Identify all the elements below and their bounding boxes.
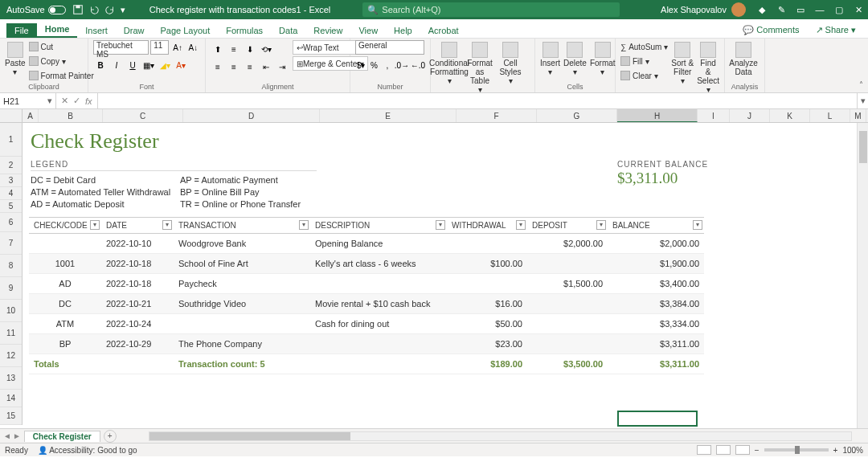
- pen-icon[interactable]: ✎: [775, 3, 788, 16]
- sheet-nav-next-icon[interactable]: ►: [13, 431, 21, 440]
- col-header-E[interactable]: E: [320, 109, 457, 122]
- row-header-3[interactable]: 3: [0, 174, 22, 187]
- percent-button[interactable]: %: [368, 58, 379, 72]
- diamond-icon[interactable]: ◆: [755, 3, 768, 16]
- formula-input[interactable]: [98, 93, 857, 108]
- font-size-select[interactable]: 11: [150, 40, 169, 55]
- italic-button[interactable]: I: [109, 58, 124, 72]
- fill-color-button[interactable]: ◢▾: [158, 58, 172, 72]
- filter-dropdown-icon[interactable]: ▾: [90, 220, 100, 230]
- name-box[interactable]: H21▾: [0, 93, 56, 108]
- worksheet-grid[interactable]: ABCDEFGHIJKLM 123456789101112131415 Chec…: [0, 109, 868, 428]
- filter-dropdown-icon[interactable]: ▾: [162, 220, 172, 230]
- table-row[interactable]: AD2022-10-18Paycheck$1,500.00$3,400.00: [29, 274, 704, 294]
- search-box[interactable]: 🔍 Search (Alt+Q): [362, 2, 620, 17]
- row-header-1[interactable]: 1: [0, 123, 22, 157]
- select-all-corner[interactable]: [0, 109, 23, 122]
- row-header-4[interactable]: 4: [0, 187, 22, 200]
- table-header[interactable]: DATE▾: [101, 218, 174, 234]
- comma-button[interactable]: ,: [382, 58, 393, 72]
- tab-review[interactable]: Review: [305, 23, 350, 38]
- tab-insert[interactable]: Insert: [77, 23, 116, 38]
- table-row[interactable]: ATM2022-10-24Cash for dining out$50.00$3…: [29, 314, 704, 334]
- conditional-formatting-button[interactable]: Conditional Formatting▾: [436, 40, 463, 85]
- filter-dropdown-icon[interactable]: ▾: [516, 220, 526, 230]
- filter-dropdown-icon[interactable]: ▾: [436, 220, 445, 230]
- tab-data[interactable]: Data: [271, 23, 305, 38]
- row-header-6[interactable]: 6: [0, 213, 22, 232]
- page-break-view-button[interactable]: [735, 445, 750, 455]
- find-select-button[interactable]: Find & Select▾: [697, 40, 719, 93]
- col-header-G[interactable]: G: [537, 109, 617, 122]
- maximize-button[interactable]: ▢: [833, 3, 845, 16]
- col-header-I[interactable]: I: [698, 109, 730, 122]
- tab-help[interactable]: Help: [386, 23, 420, 38]
- cancel-formula-icon[interactable]: ✕: [61, 96, 68, 106]
- autosum-button[interactable]: ∑AutoSum ▾: [620, 40, 668, 53]
- scrollbar-thumb[interactable]: [859, 131, 867, 163]
- align-center-button[interactable]: ≡: [227, 59, 241, 74]
- minimize-button[interactable]: —: [813, 3, 826, 16]
- increase-indent-button[interactable]: ⇥: [275, 59, 289, 74]
- sheet-nav-prev-icon[interactable]: ◄: [3, 431, 11, 440]
- border-button[interactable]: ▦▾: [141, 58, 156, 72]
- ribbon-display-icon[interactable]: ▭: [794, 3, 807, 16]
- format-painter-button[interactable]: Format Painter: [29, 69, 94, 82]
- filter-dropdown-icon[interactable]: ▾: [693, 220, 702, 230]
- row-header-15[interactable]: 15: [0, 407, 22, 425]
- align-middle-button[interactable]: ≡: [227, 42, 241, 56]
- col-header-J[interactable]: J: [730, 109, 770, 122]
- enter-formula-icon[interactable]: ✓: [73, 96, 80, 106]
- tab-view[interactable]: View: [350, 23, 386, 38]
- align-left-button[interactable]: ≡: [211, 59, 225, 74]
- add-sheet-button[interactable]: +: [104, 430, 117, 443]
- col-header-B[interactable]: B: [39, 109, 103, 122]
- clear-button[interactable]: Clear ▾: [620, 69, 668, 82]
- tab-draw[interactable]: Draw: [116, 23, 153, 38]
- user-account[interactable]: Alex Shapovalov: [661, 2, 746, 17]
- col-header-M[interactable]: M: [850, 109, 866, 122]
- number-format-select[interactable]: General: [355, 40, 424, 55]
- table-header[interactable]: BALANCE▾: [608, 218, 704, 234]
- table-row[interactable]: BP2022-10-29The Phone Company$23.00$3,31…: [29, 334, 704, 354]
- tab-file[interactable]: File: [6, 23, 37, 38]
- tab-home[interactable]: Home: [37, 22, 78, 38]
- increase-decimal-button[interactable]: .0→: [395, 58, 409, 72]
- table-header[interactable]: TRANSACTION▾: [174, 218, 310, 234]
- align-right-button[interactable]: ≡: [243, 59, 257, 74]
- table-row[interactable]: 2022-10-10Woodgrove BankOpening Balance$…: [29, 234, 704, 254]
- align-bottom-button[interactable]: ⬇: [243, 42, 257, 56]
- cell-styles-button[interactable]: Cell Styles▾: [497, 40, 524, 85]
- zoom-in-button[interactable]: +: [833, 446, 838, 455]
- zoom-slider[interactable]: [764, 448, 829, 452]
- tab-acrobat[interactable]: Acrobat: [420, 23, 467, 38]
- col-header-D[interactable]: D: [183, 109, 320, 122]
- row-header-10[interactable]: 10: [0, 300, 22, 322]
- zoom-out-button[interactable]: −: [755, 446, 760, 455]
- share-button[interactable]: ↗ Share ▾: [810, 22, 862, 38]
- row-header-12[interactable]: 12: [0, 345, 22, 367]
- table-row[interactable]: DC2022-10-21Southridge VideoMovie rental…: [29, 294, 704, 314]
- col-header-C[interactable]: C: [103, 109, 183, 122]
- sort-filter-button[interactable]: Sort & Filter▾: [671, 40, 694, 85]
- analyze-data-button[interactable]: Analyze Data: [730, 40, 757, 76]
- undo-icon[interactable]: [88, 4, 100, 15]
- paste-button[interactable]: Paste▾: [5, 40, 26, 76]
- table-header[interactable]: WITHDRAWAL▾: [447, 218, 527, 234]
- tab-page-layout[interactable]: Page Layout: [152, 23, 218, 38]
- vertical-scrollbar[interactable]: [857, 123, 868, 428]
- orientation-button[interactable]: ⟲▾: [259, 42, 273, 56]
- row-header-2[interactable]: 2: [0, 157, 22, 174]
- fx-icon[interactable]: fx: [85, 96, 92, 106]
- cut-button[interactable]: Cut: [29, 40, 94, 53]
- row-header-13[interactable]: 13: [0, 367, 22, 390]
- redo-icon[interactable]: [104, 4, 116, 15]
- col-header-L[interactable]: L: [810, 109, 850, 122]
- autosave-toggle[interactable]: AutoSave: [6, 5, 66, 14]
- comments-button[interactable]: 💬 Comments: [737, 22, 805, 38]
- bold-button[interactable]: B: [93, 58, 108, 72]
- insert-cells-button[interactable]: Insert▾: [540, 40, 560, 76]
- format-cells-button[interactable]: Format▾: [590, 40, 616, 76]
- horizontal-scrollbar[interactable]: [149, 431, 852, 441]
- row-header-8[interactable]: 8: [0, 255, 22, 277]
